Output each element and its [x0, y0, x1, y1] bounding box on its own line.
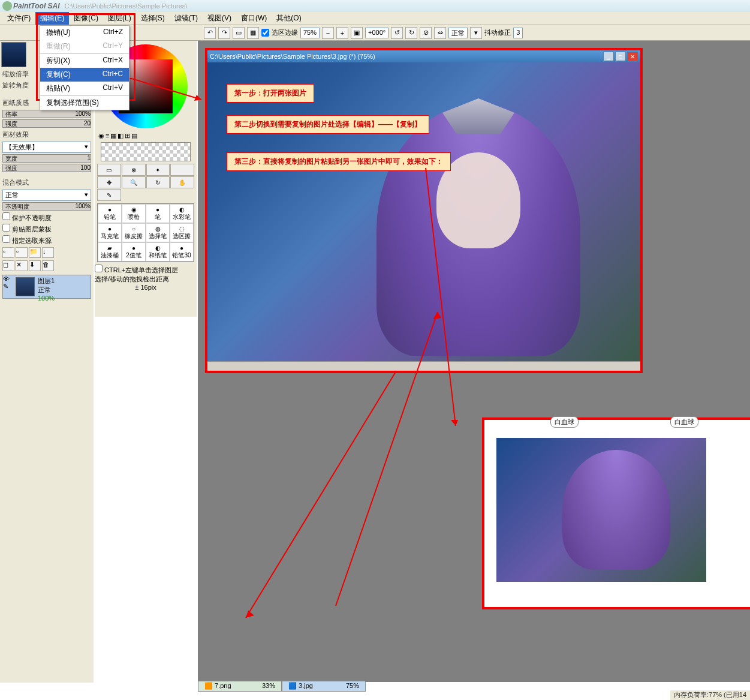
step-3-annotation: 第三步：直接将复制的图片粘贴到另一张图片中即可，效果如下：: [227, 152, 451, 171]
canvas-content[interactable]: [207, 62, 640, 361]
clip-checkbox[interactable]: 剪贴图层蒙板: [0, 223, 94, 235]
drag-hint-label: 选择/移动的拖拽检出距离: [95, 275, 197, 284]
navigator-thumb[interactable]: [1, 42, 26, 67]
menu-window[interactable]: 窗口(W): [236, 12, 272, 25]
undo-button[interactable]: ↶: [204, 27, 216, 39]
flip-h-button[interactable]: ⇔: [434, 27, 446, 39]
menu-image[interactable]: 图像(C): [69, 12, 103, 25]
menu-view[interactable]: 视图(V): [203, 12, 236, 25]
effect-select[interactable]: 【无效果】▾: [2, 142, 91, 153]
ctrl-click-checkbox[interactable]: CTRL+左键单击选择图层: [95, 265, 197, 275]
clear-button[interactable]: ✕: [16, 260, 28, 271]
layer-mode: 正常: [38, 286, 55, 295]
zoom-in-button[interactable]: +: [336, 27, 348, 39]
brush-eraser[interactable]: ○橡皮擦: [122, 223, 146, 242]
swatch-area[interactable]: [101, 142, 191, 161]
new-folder-button[interactable]: 📁: [29, 247, 41, 258]
brush-bucket[interactable]: ▰油漆桶: [98, 242, 122, 262]
strength-slider[interactable]: 强度20: [2, 119, 91, 128]
menu-copy-selection[interactable]: 复制选择范围(S): [40, 95, 129, 110]
scrollbar-horizontal[interactable]: [207, 361, 640, 371]
protect-checkbox[interactable]: 保护不透明度: [0, 212, 94, 223]
rotate-tool[interactable]: ↻: [146, 176, 170, 188]
angle-field[interactable]: +000°: [365, 28, 388, 38]
brush-washi[interactable]: ◐和纸笔: [146, 242, 170, 262]
hsv-icon[interactable]: ▦: [110, 132, 116, 140]
pen-icon[interactable]: ✎: [3, 283, 14, 290]
width-slider[interactable]: 宽度1: [2, 154, 91, 163]
eye-icon[interactable]: 👁: [3, 275, 14, 283]
scratch-icon[interactable]: ▤: [131, 132, 137, 140]
zoom-tool[interactable]: 🔍: [122, 176, 146, 188]
redo-button[interactable]: ↷: [218, 27, 230, 39]
brush-brush[interactable]: ●笔: [146, 204, 170, 223]
blend-select[interactable]: 正常▾: [2, 190, 91, 201]
color-mode-icon[interactable]: ◉: [98, 132, 104, 140]
menu-copy[interactable]: 复制(C)Ctrl+C: [40, 68, 129, 82]
brush-marker[interactable]: ●马克笔: [98, 223, 122, 242]
strength2-slider[interactable]: 强度100: [2, 164, 91, 172]
mixer-icon[interactable]: ◧: [118, 132, 124, 140]
brush-airbrush[interactable]: ◉喷枪: [122, 204, 146, 223]
menu-other[interactable]: 其他(O): [272, 12, 306, 25]
result-tag-1: 白血球: [550, 416, 579, 428]
minimize-button[interactable]: _: [603, 52, 614, 61]
tab-3jpg[interactable]: 🟦 3.jpg75%: [282, 681, 366, 692]
menu-layer[interactable]: 图层(L): [103, 12, 136, 25]
menu-paste[interactable]: 粘贴(V)Ctrl+V: [40, 82, 129, 95]
zoom-fit-button[interactable]: ▣: [351, 27, 363, 39]
app-name: PaintTool SAI: [13, 2, 60, 10]
delete-layer-button[interactable]: 🗑: [42, 260, 54, 271]
jitter-field[interactable]: 3: [513, 28, 523, 38]
swatch-icon[interactable]: ⊞: [125, 132, 130, 140]
opacity-slider[interactable]: 不透明度100%: [2, 202, 91, 211]
marquee-tool[interactable]: ▭: [97, 164, 121, 176]
mask-button[interactable]: ◻: [2, 260, 14, 271]
transfer-button[interactable]: ↓: [42, 247, 54, 258]
brush-pencil[interactable]: ●铅笔: [98, 204, 122, 223]
picker-tool[interactable]: ✎: [97, 189, 121, 201]
brush-selpen[interactable]: ◍选择笔: [146, 223, 170, 242]
lasso-tool[interactable]: ⊗: [122, 164, 146, 176]
rotate-ccw-button[interactable]: ↺: [391, 27, 403, 39]
brush-pencil30[interactable]: ●铅笔30: [170, 242, 194, 262]
scale-slider[interactable]: 倍率100%: [2, 110, 91, 118]
new-layer-button[interactable]: ▫: [2, 247, 14, 258]
blend-toggle-button[interactable]: ▾: [470, 27, 482, 39]
hand-tool[interactable]: ✋: [170, 176, 194, 188]
rotate-cw-button[interactable]: ↻: [405, 27, 417, 39]
menu-redo[interactable]: 重做(R)Ctrl+Y: [40, 40, 129, 53]
origin-checkbox[interactable]: 指定选取来源: [0, 235, 94, 246]
layer-item[interactable]: 👁 ✎ 图层1 正常 100%: [2, 275, 91, 299]
doc-title-bar[interactable]: C:\Users\Public\Pictures\Sample Pictures…: [207, 50, 640, 62]
tab-7png[interactable]: 🟧 7.png33%: [198, 681, 282, 692]
merge-button[interactable]: ⬇: [29, 260, 41, 271]
move-tool[interactable]: ✥: [97, 176, 121, 188]
rgb-icon[interactable]: ≡: [106, 132, 109, 140]
menu-file[interactable]: 文件(F): [2, 12, 35, 25]
maximize-button[interactable]: □: [615, 52, 626, 61]
invert-button[interactable]: ▦: [247, 27, 259, 39]
title-path: C:\Users\Public\Pictures\Sample Pictures…: [65, 2, 188, 10]
brush-binary[interactable]: ●2值笔: [122, 242, 146, 262]
menu-select[interactable]: 选择(S): [136, 12, 170, 25]
rotate-reset-button[interactable]: ⊘: [420, 27, 432, 39]
menu-cut[interactable]: 剪切(X)Ctrl+X: [40, 53, 129, 68]
menu-bar: 文件(F) 编辑(E) 图像(C) 图层(L) 选择(S) 滤镜(T) 视图(V…: [0, 12, 750, 25]
sel-edge-checkbox[interactable]: [261, 29, 269, 37]
close-button[interactable]: ✕: [627, 52, 638, 61]
result-annotation: 白血球 白血球: [482, 417, 750, 609]
brush-selerase[interactable]: ◌选区擦: [170, 223, 194, 242]
chevron-down-icon: ▾: [85, 191, 88, 200]
new-linework-button[interactable]: ▫: [16, 247, 28, 258]
deselect-button[interactable]: ▭: [233, 27, 245, 39]
blend-toolbar-field[interactable]: 正常: [448, 28, 468, 38]
selection-tools: ▭ ⊗ ✦ ✥ 🔍 ↻ ✋ ✎: [97, 164, 194, 201]
menu-undo[interactable]: 撤销(U)Ctrl+Z: [40, 26, 129, 40]
zoom-field[interactable]: 75%: [300, 28, 320, 38]
wand-tool[interactable]: ✦: [146, 164, 170, 176]
zoom-out-button[interactable]: −: [322, 27, 334, 39]
menu-filter[interactable]: 滤镜(T): [170, 12, 203, 25]
menu-edit[interactable]: 编辑(E): [35, 12, 69, 25]
brush-watercolor[interactable]: ◐水彩笔: [170, 204, 194, 223]
